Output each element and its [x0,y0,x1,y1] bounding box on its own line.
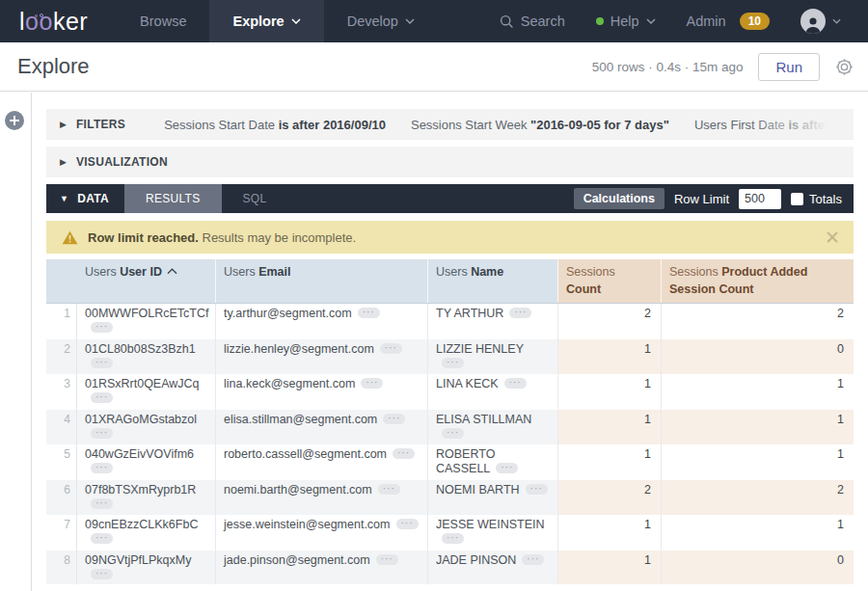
cell-menu-icon[interactable]: ··· [91,358,113,368]
cell-count[interactable]: 1 [557,410,661,445]
cell-menu-icon[interactable]: ··· [496,463,518,473]
filter-item[interactable]: Sessions Start Week "2016-09-05 for 7 da… [411,118,669,132]
cell-menu-icon[interactable]: ··· [393,448,415,459]
cell-menu-icon[interactable]: ··· [504,378,527,389]
gear-icon[interactable] [835,58,854,76]
cell-value: ELISA STILLMAN [436,413,531,426]
cell-count[interactable]: 1 [557,374,661,410]
cell-menu-icon[interactable]: ··· [522,554,544,565]
cell-count[interactable]: 2 [557,480,661,516]
tab-results[interactable]: RESULTS [124,184,222,213]
cell-name[interactable]: NOEMI BARTH··· [427,480,557,516]
column-header-name[interactable]: Users Name [427,259,557,303]
cell-name[interactable]: JESSE WEINSTEIN··· [427,515,557,551]
row-limit-label: Row Limit [674,192,729,206]
looker-logo[interactable]: looker [0,0,117,42]
cell-email[interactable]: ty.arthur@segment.com··· [215,304,427,339]
cell-menu-icon[interactable]: ··· [442,533,464,544]
cell-count[interactable]: 1 [557,515,661,551]
cell-product-added[interactable]: 2 [661,304,854,339]
cell-product-added[interactable]: 1 [661,444,854,480]
column-header-count[interactable]: Sessions Count [557,259,661,303]
nav-item-browse[interactable]: Browse [117,0,209,42]
content-area: ▶ FILTERS Sessions Start Date is after 2… [32,93,868,591]
cell-menu-icon[interactable]: ··· [396,519,419,529]
column-header-user-id[interactable]: Users User ID [77,259,215,303]
cell-menu-icon[interactable]: ··· [361,378,383,389]
nav-account-menu[interactable] [787,9,854,34]
cell-name[interactable]: ROBERTO CASSELL··· [427,444,557,480]
cell-product-added[interactable]: 0 [661,551,854,585]
tab-sql[interactable]: SQL [222,184,288,213]
cell-menu-icon[interactable]: ··· [358,308,380,318]
cell-name[interactable]: JADE PINSON··· [427,551,557,585]
cell-menu-icon[interactable]: ··· [91,322,113,333]
cell-user-id[interactable]: 01RSxRrt0QEAwJCq··· [77,374,215,410]
run-button[interactable]: Run [758,53,820,81]
cell-menu-icon[interactable]: ··· [509,308,531,318]
nav-admin[interactable]: Admin 10 [673,13,783,30]
totals-checkbox[interactable] [791,193,803,205]
cell-menu-icon[interactable]: ··· [91,463,113,473]
cell-count[interactable]: 1 [557,339,661,375]
cell-menu-icon[interactable]: ··· [383,414,405,424]
nav-right-cluster: Search Help Admin 10 [486,0,868,42]
cell-menu-icon[interactable]: ··· [376,554,398,565]
nav-search[interactable]: Search [486,13,579,29]
cell-user-id[interactable]: 09cnEBzzCLKk6FbC··· [77,515,215,551]
cell-email[interactable]: jesse.weinstein@segment.com··· [215,515,427,551]
cell-menu-icon[interactable]: ··· [91,533,113,544]
cell-email[interactable]: lizzie.henley@segment.com··· [215,339,427,375]
nav-item-explore[interactable]: Explore [209,0,323,42]
cell-user-id[interactable]: 00MWWFOLRcETcTCf··· [77,304,215,339]
add-panel-button[interactable] [5,111,24,130]
cell-count[interactable]: 1 [557,444,661,480]
nav-item-develop[interactable]: Develop [324,0,438,42]
column-header-email[interactable]: Users Email [215,259,427,303]
cell-name[interactable]: LINA KECK··· [427,374,557,410]
cell-product-added[interactable]: 1 [661,410,854,445]
cell-count[interactable]: 1 [557,551,661,585]
cell-email[interactable]: jade.pinson@segment.com··· [215,551,427,585]
filter-item[interactable]: Sessions Start Date is after 2016/09/10 [164,118,386,132]
filters-section-bar[interactable]: ▶ FILTERS Sessions Start Date is after 2… [46,109,854,140]
nav-help[interactable]: Help [583,13,669,29]
cell-count[interactable]: 2 [557,304,661,339]
table-row: 7 09cnEBzzCLKk6FbC··· jesse.weinstein@se… [46,515,854,551]
cell-email[interactable]: noemi.barth@segment.com··· [215,480,427,516]
cell-menu-icon[interactable]: ··· [442,358,464,368]
cell-menu-icon[interactable]: ··· [380,343,402,354]
column-header-product-added[interactable]: Sessions Product Added Session Count [661,259,854,303]
visualization-section-bar[interactable]: ▶ VISUALIZATION [46,147,854,177]
row-number: 5 [46,444,77,480]
cell-user-id[interactable]: 09NGVtjPfLPkqxMy··· [77,551,215,585]
cell-product-added[interactable]: 1 [661,515,854,551]
cell-menu-icon[interactable]: ··· [526,484,548,495]
cell-user-id[interactable]: 01XRAGoMGstabzol··· [77,410,215,445]
cell-name[interactable]: LIZZIE HENLEY··· [427,339,557,375]
cell-user-id[interactable]: 01CL80b08Sz3Bzh1··· [77,339,215,375]
cell-menu-icon[interactable]: ··· [378,484,400,495]
cell-email[interactable]: lina.keck@segment.com··· [215,374,427,410]
cell-name[interactable]: ELISA STILLMAN··· [427,410,557,445]
cell-product-added[interactable]: 1 [661,374,854,410]
totals-toggle[interactable]: Totals [791,192,842,206]
cell-menu-icon[interactable]: ··· [91,428,113,439]
cell-user-id[interactable]: 07f8bTSXmRyprb1R··· [77,480,215,516]
row-limit-input[interactable] [739,189,781,209]
cell-user-id[interactable]: 040wGzEivVOVifm6··· [77,444,215,480]
close-icon[interactable]: ✕ [825,228,840,247]
cell-value: ROBERTO CASSELL [436,447,495,475]
cell-menu-icon[interactable]: ··· [442,428,464,439]
cell-menu-icon[interactable]: ··· [91,392,113,403]
cell-product-added[interactable]: 2 [661,480,854,516]
calculations-button[interactable]: Calculations [574,188,665,209]
data-section-toggle[interactable]: ▼ DATA [46,184,124,213]
cell-email[interactable]: roberto.cassell@segment.com··· [215,444,427,480]
cell-value: 09cnEBzzCLKk6FbC [85,518,198,531]
cell-menu-icon[interactable]: ··· [91,498,113,509]
cell-email[interactable]: elisa.stillman@segment.com··· [215,410,427,445]
cell-menu-icon[interactable]: ··· [91,569,113,579]
cell-name[interactable]: TY ARTHUR··· [427,304,557,339]
cell-product-added[interactable]: 0 [661,339,854,375]
